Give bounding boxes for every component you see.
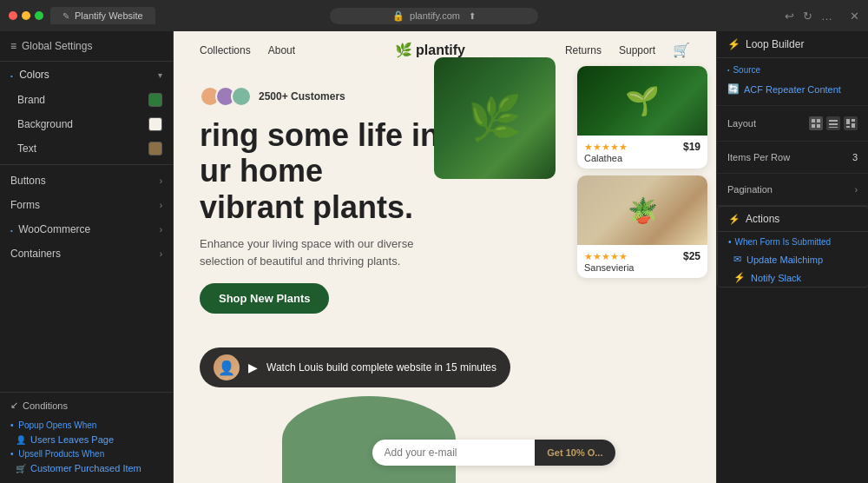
product-card-calathea[interactable]: 🌱 ★★★★★ $19 Calathea: [577, 66, 707, 169]
woocommerce-arrow: ›: [160, 225, 162, 235]
brand-color-swatch[interactable]: [148, 93, 162, 107]
upsell-bullet: •: [10, 449, 14, 459]
popup-section-title: • Popup Opens When: [10, 420, 162, 430]
users-leaves-page-item[interactable]: 👤 Users Leaves Page: [10, 434, 162, 445]
containers-arrow: ›: [160, 249, 162, 259]
masonry-layout-icon[interactable]: [844, 116, 858, 130]
window-controls[interactable]: [9, 11, 43, 20]
address-text: plantify.com: [410, 10, 460, 21]
items-per-row-row: Items Per Row 3: [727, 149, 858, 166]
customer-purchased-item[interactable]: 🛒 Customer Purchased Item: [10, 463, 162, 473]
upsell-title: Upsell Products When: [18, 449, 104, 459]
minimize-button[interactable]: [22, 11, 30, 20]
nav-returns-link[interactable]: Returns: [565, 44, 602, 56]
address-bar[interactable]: 🔒 plantify.com ⬆: [330, 8, 538, 24]
update-mailchimp-item[interactable]: ✉ Update Mailchimp: [718, 250, 868, 268]
text-color-swatch[interactable]: [148, 142, 162, 155]
cart-nav-icon[interactable]: 🛒: [673, 42, 690, 58]
notify-slack-label: Notify Slack: [751, 273, 801, 283]
popup-opens-section: • Popup Opens When 👤 Users Leaves Page •…: [0, 420, 173, 483]
source-section: • Source 🔄 ACF Repeater Content: [717, 58, 868, 106]
items-per-row-section: Items Per Row 3: [717, 142, 868, 174]
video-avatar: 👤: [214, 354, 240, 380]
calathea-info: ★★★★★ $19: [584, 141, 700, 153]
site-nav-left-links: Collections About: [200, 44, 295, 56]
more-icon[interactable]: …: [821, 10, 832, 23]
background-color-item[interactable]: Background: [0, 112, 173, 136]
sansevieria-image: 🪴: [577, 175, 707, 245]
email-submit-button[interactable]: Get 10% O...: [535, 440, 615, 466]
svg-rect-6: [829, 127, 838, 128]
colors-label: Colors: [19, 69, 49, 81]
svg-rect-8: [852, 119, 855, 122]
svg-rect-3: [817, 124, 820, 128]
tab-label: Plantify Website: [75, 10, 143, 21]
refresh-icon[interactable]: ↻: [803, 10, 812, 23]
hero-customers-text: 2500+ Customers: [259, 90, 345, 103]
browser-tab[interactable]: ✎ Plantify Website: [50, 7, 155, 24]
forms-label: Forms: [10, 199, 40, 211]
actions-section-title: • When Form Is Submitted: [718, 232, 868, 250]
actions-panel: ⚡ Actions • When Form Is Submitted ✉ Upd…: [717, 206, 868, 288]
sansevieria-image-wrap: 🪴: [577, 175, 707, 245]
sansevieria-name: Sansevieria: [584, 262, 700, 273]
sansevieria-price: $25: [683, 250, 700, 262]
woocommerce-item[interactable]: • WooCommerce ›: [0, 217, 173, 242]
avatar-3: [231, 86, 252, 107]
list-layout-icon[interactable]: [826, 116, 840, 130]
video-overlay[interactable]: 👤 ▶ Watch Louis build complete website i…: [200, 347, 510, 387]
layout-label: Layout: [727, 118, 756, 129]
product-card-sansevieria[interactable]: 🪴 ★★★★★ $25 Sansevieria: [577, 175, 707, 278]
calathea-price: $19: [683, 141, 700, 153]
user-icon: 👤: [16, 435, 26, 445]
browser-controls[interactable]: ↩ ↻ … ✕: [785, 10, 859, 23]
tab-icon: ✎: [62, 11, 69, 21]
sidebar-header: ≡ Global Settings: [0, 31, 173, 62]
acf-repeater-tag[interactable]: 🔄 ACF Repeater Content: [727, 83, 841, 95]
forms-item[interactable]: Forms ›: [0, 193, 173, 217]
grid-layout-icon[interactable]: [809, 116, 823, 130]
loop-builder-label: Loop Builder: [746, 38, 804, 50]
notify-slack-item[interactable]: ⚡ Notify Slack: [718, 268, 868, 287]
back-icon[interactable]: ↩: [785, 10, 794, 23]
play-icon[interactable]: ▶: [248, 361, 258, 374]
brand-label: Brand: [17, 94, 45, 106]
close-button[interactable]: [9, 11, 17, 20]
browser-bar: ✎ Plantify Website 🔒 plantify.com ⬆ ↩ ↻ …: [0, 0, 868, 31]
colors-section-title[interactable]: • Colors ▾: [0, 62, 173, 88]
nav-support-link[interactable]: Support: [619, 44, 655, 56]
sansevieria-info: ★★★★★ $25: [584, 250, 700, 262]
shop-new-plants-button[interactable]: Shop New Plants: [200, 283, 329, 314]
text-label: Text: [17, 142, 36, 155]
pagination-arrow[interactable]: ›: [855, 185, 858, 195]
close-icon[interactable]: ✕: [850, 10, 859, 23]
masonry-icon-svg: [846, 119, 855, 128]
nav-collections-link[interactable]: Collections: [200, 44, 251, 56]
brand-color-item[interactable]: Brand: [0, 88, 173, 112]
popup-bullet: •: [10, 420, 14, 430]
popup-title: Popup Opens When: [18, 420, 96, 430]
logo-icon: 🌿: [395, 42, 412, 58]
calathea-image-wrap: 🌱: [577, 66, 707, 136]
buttons-arrow: ›: [160, 176, 162, 186]
form-submitted-label: When Form Is Submitted: [735, 237, 832, 247]
svg-rect-2: [812, 124, 815, 128]
buttons-item[interactable]: Buttons ›: [0, 169, 173, 193]
svg-rect-5: [829, 123, 838, 125]
email-input[interactable]: [372, 440, 536, 466]
text-color-item[interactable]: Text: [0, 136, 173, 161]
customer-purchased-label: Customer Purchased Item: [30, 463, 141, 473]
conditions-title: ↙ Conditions: [0, 393, 173, 414]
logo-text: plantify: [416, 43, 465, 58]
svg-rect-4: [829, 120, 838, 122]
containers-item[interactable]: Containers ›: [0, 242, 173, 266]
colors-section: • Colors ▾ Brand Background Text: [0, 62, 173, 161]
background-color-swatch[interactable]: [148, 117, 162, 131]
website-preview: Collections About 🌿 plantify Returns Sup…: [174, 31, 716, 483]
mailchimp-icon: ✉: [733, 254, 741, 265]
nav-about-link[interactable]: About: [268, 44, 295, 56]
acf-icon: 🔄: [727, 83, 740, 95]
maximize-button[interactable]: [35, 11, 43, 20]
items-per-row-label: Items Per Row: [727, 152, 790, 162]
left-sidebar: ≡ Global Settings • Colors ▾ Brand Backg…: [0, 31, 174, 483]
